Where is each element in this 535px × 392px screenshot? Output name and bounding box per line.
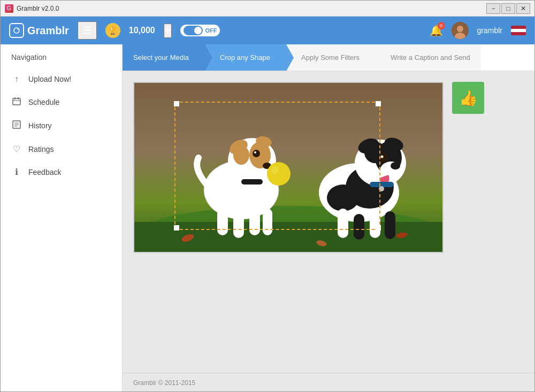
step-3-label: Apply Some Filters [301,53,360,62]
svg-rect-45 [354,214,364,240]
step-2-label: Crop any Shape [220,53,270,62]
svg-point-49 [379,186,384,191]
sidebar-label-feedback: Feedback [28,168,61,176]
sidebar-label-history: History [28,121,52,130]
minimize-button[interactable]: − [486,3,500,14]
feedback-icon: ℹ [11,167,22,177]
step-3[interactable]: Apply Some Filters [286,44,376,71]
logo-area: Gramblr [9,23,69,38]
svg-point-34 [327,185,359,211]
step-4-label: Write a Caption and Send [391,53,470,62]
title-bar: G Gramblr v2.0.0 − □ ✕ [1,1,534,17]
toggle-thumb [194,27,202,34]
window-title: Gramblr v2.0.0 [17,5,486,12]
upload-icon: ↑ [11,74,22,84]
hamburger-button[interactable]: ☰ [78,21,97,40]
svg-rect-5 [13,98,20,105]
stepper: Select your Media Crop any Shape Apply S… [123,44,534,71]
sidebar-label-ratings: Ratings [28,145,54,153]
logo-text: Gramblr [27,25,69,37]
avatar [452,22,469,39]
svg-point-24 [271,166,279,174]
image-canvas[interactable] [133,82,444,253]
notification-badge: 0 [438,22,445,29]
flag-icon [511,26,526,35]
svg-point-3 [457,26,463,32]
svg-rect-46 [370,209,380,238]
add-coins-button[interactable]: + [164,24,172,38]
window-controls: − □ ✕ [486,3,530,14]
sidebar-item-schedule[interactable]: Schedule [1,90,122,114]
ratings-icon: ♡ [11,144,22,154]
svg-point-41 [391,162,400,170]
sidebar-title: Navigation [1,53,122,68]
sidebar-item-feedback[interactable]: ℹ Feedback [1,160,122,183]
toggle-switch[interactable]: OFF [180,25,220,36]
step-3-arrow [376,44,383,71]
step-4[interactable]: Write a Caption and Send [376,44,481,71]
sidebar: Navigation ↑ Upload Now! Schedule Hi [1,44,123,391]
svg-rect-27 [217,206,228,235]
svg-point-1 [18,28,19,30]
sidebar-label-schedule: Schedule [28,98,59,106]
footer: Gramblr © 2011-2015 [123,373,534,391]
schedule-icon [11,97,22,107]
sidebar-item-history[interactable]: History [1,114,122,137]
step-1-label: Select your Media [133,53,189,62]
sidebar-item-upload[interactable]: ↑ Upload Now! [1,68,122,90]
svg-point-23 [267,162,291,186]
step-1[interactable]: Select your Media [123,44,205,71]
svg-point-39 [379,153,387,162]
footer-text: Gramblr © 2011-2015 [133,379,195,387]
logo-icon [9,23,24,38]
notification-button[interactable]: 🔔 0 [430,24,443,37]
history-icon [11,120,22,131]
svg-rect-15 [134,222,442,252]
coin-icon: 🏆 [105,23,120,38]
approve-button[interactable]: 👍 [452,82,484,114]
svg-rect-47 [385,211,395,239]
maximize-button[interactable]: □ [501,3,515,14]
top-bar: Gramblr ☰ 🏆 10,000 + OFF 🔔 0 gramblr [1,17,534,44]
thumbs-up-icon: 👍 [459,89,478,107]
svg-rect-28 [233,211,244,238]
toggle-track[interactable] [184,26,203,35]
sidebar-label-upload: Upload Now! [28,75,71,83]
sidebar-item-ratings[interactable]: ♡ Ratings [1,137,122,160]
toggle-label: OFF [205,27,217,34]
app-icon: G [5,4,13,13]
svg-rect-31 [241,179,263,185]
svg-point-21 [254,151,256,153]
svg-point-20 [253,150,260,157]
content-area: Select your Media Crop any Shape Apply S… [123,44,534,391]
photo-background [134,83,442,252]
svg-rect-44 [338,209,348,238]
svg-rect-29 [249,206,260,235]
step-1-arrow [205,44,212,71]
step-2-arrow [286,44,294,71]
image-container: 👍 [123,71,534,373]
step-2[interactable]: Crop any Shape [205,44,286,71]
close-button[interactable]: ✕ [516,3,530,14]
svg-rect-30 [263,209,272,235]
username-label: gramblr [477,26,502,35]
coin-count: 10,000 [129,26,155,35]
svg-point-40 [381,156,384,158]
